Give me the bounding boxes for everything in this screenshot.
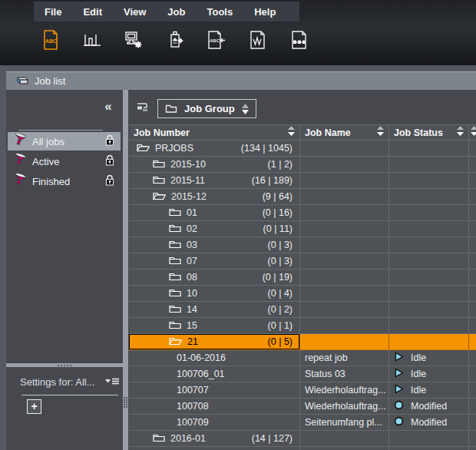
job-name-cell[interactable]: Seitenumfang pl... [300, 415, 389, 430]
lock-icon[interactable] [105, 134, 114, 149]
job-group-row[interactable]: 2015-10(1 | 2) [129, 157, 476, 173]
job-group-row[interactable]: PRJOBS(134 | 1045) [129, 141, 476, 157]
job-number-cell[interactable]: 15(0 | 1) [129, 318, 300, 333]
job-status-cell[interactable] [389, 237, 469, 253]
job-status-cell[interactable] [389, 334, 469, 349]
sort-icon[interactable] [377, 126, 384, 139]
job-number-cell[interactable]: 2015-10(1 | 2) [129, 157, 300, 172]
job-status-cell[interactable] [389, 157, 469, 172]
job-group-dropdown[interactable]: Job Group [157, 99, 256, 118]
sort-icon[interactable] [457, 126, 464, 139]
main-vertical-splitter[interactable] [123, 90, 128, 450]
job-name-cell[interactable] [300, 157, 389, 172]
job-status-cell[interactable] [389, 221, 469, 237]
verify-document-icon[interactable] [247, 28, 269, 52]
sidebar-filter-active[interactable]: Active [8, 152, 121, 170]
job-group-row[interactable]: 07(0 | 3) [129, 253, 476, 270]
job-name-cell[interactable]: repeat job [300, 350, 389, 366]
sort-icon[interactable] [288, 126, 295, 139]
menu-item-file[interactable]: File [45, 6, 61, 18]
job-name-cell[interactable] [300, 270, 389, 285]
job-status-cell[interactable]: Idle [389, 350, 469, 366]
collapse-tree-icon[interactable] [136, 101, 150, 116]
job-status-cell[interactable]: Idle [389, 382, 469, 398]
job-number-cell[interactable]: 14(0 | 2) [129, 302, 300, 317]
job-status-cell[interactable] [389, 286, 469, 301]
sidebar-collapse-button[interactable]: « [100, 99, 117, 114]
job-row[interactable]: 100707Wiederholauftrag...Idle [129, 382, 476, 399]
job-name-cell[interactable] [300, 447, 389, 450]
job-name-cell[interactable] [300, 141, 389, 156]
job-name-cell[interactable] [300, 221, 389, 237]
job-name-cell[interactable] [300, 286, 389, 301]
job-row[interactable]: 100706_01Status 03Idle [129, 366, 476, 382]
job-group-row[interactable]: 15(0 | 1) [129, 318, 476, 334]
job-name-cell[interactable] [300, 253, 389, 269]
import-text-icon[interactable]: ABC [206, 28, 227, 52]
job-number-cell[interactable]: 01-06-2016 [129, 350, 300, 366]
job-name-cell[interactable] [300, 205, 389, 220]
job-group-row[interactable]: 02(0 | 11) [129, 221, 476, 237]
job-row[interactable]: 100709Seitenumfang pl...Modified [129, 415, 476, 431]
job-status-cell[interactable] [389, 173, 469, 188]
job-number-cell[interactable]: 07(0 | 3) [129, 253, 300, 269]
job-group-row[interactable]: 10(0 | 4) [129, 286, 476, 302]
job-number-cell[interactable]: 100709 [129, 415, 300, 430]
job-group-row[interactable]: 03(0 | 3) [129, 237, 476, 253]
job-group-row[interactable]: 2016-01(14 | 127) [129, 431, 476, 447]
settings-dropdown-icon[interactable] [105, 375, 120, 389]
job-number-cell[interactable]: 02(0 | 11) [129, 221, 300, 237]
job-name-cell[interactable] [300, 189, 389, 204]
job-number-cell[interactable]: 2015-12(9 | 64) [129, 189, 300, 204]
job-status-cell[interactable] [389, 189, 469, 204]
splitter-drag-handle[interactable] [124, 397, 127, 408]
job-group-row[interactable]: 21(0 | 5) [129, 334, 476, 350]
job-group-row[interactable]: 01(0 | 16) [129, 205, 476, 221]
job-status-cell[interactable] [389, 270, 469, 285]
menu-item-edit[interactable]: Edit [83, 6, 102, 18]
job-row[interactable]: 100708Wiederholauftrag...Modified [129, 399, 476, 415]
spinner-arrows-icon[interactable] [242, 104, 249, 114]
job-number-cell[interactable]: 21(0 | 5) [129, 334, 300, 349]
job-number-cell[interactable]: 08(0 | 19) [129, 270, 300, 285]
job-list-document-icon[interactable]: ABC [40, 28, 61, 52]
column-header-job-name[interactable]: Job Name [300, 125, 389, 140]
job-group-row[interactable] [129, 447, 476, 450]
menu-item-job[interactable]: Job [167, 6, 185, 18]
job-status-cell[interactable]: Modified [389, 399, 469, 414]
job-number-cell[interactable]: 2016-01(14 | 127) [129, 431, 300, 446]
job-row[interactable]: 01-06-2016repeat jobIdle [129, 350, 476, 366]
job-status-cell[interactable] [389, 205, 469, 220]
sidebar-horizontal-splitter[interactable] [6, 363, 123, 367]
job-name-cell[interactable]: Wiederholauftrag... [300, 399, 389, 414]
job-group-row[interactable]: 08(0 | 19) [129, 270, 476, 286]
job-status-cell[interactable] [389, 141, 469, 156]
job-status-cell[interactable] [389, 318, 469, 333]
job-status-cell[interactable] [389, 253, 469, 269]
job-number-cell[interactable]: 03(0 | 3) [129, 237, 300, 253]
job-number-cell[interactable]: 100707 [129, 382, 300, 398]
job-number-cell[interactable] [129, 447, 300, 450]
menu-item-view[interactable]: View [124, 6, 146, 18]
menu-item-help[interactable]: Help [254, 6, 276, 18]
job-name-cell[interactable] [300, 334, 389, 349]
job-name-cell[interactable]: Wiederholauftrag... [300, 382, 389, 398]
job-name-cell[interactable] [300, 173, 389, 188]
job-status-cell[interactable] [389, 431, 469, 446]
job-status-cell[interactable]: Idle [389, 366, 469, 382]
job-name-cell[interactable] [300, 237, 389, 253]
workflow-document-icon[interactable] [289, 28, 310, 52]
job-number-cell[interactable]: 01(0 | 16) [129, 205, 300, 220]
job-status-cell[interactable]: Modified [389, 415, 469, 430]
job-number-cell[interactable]: 10(0 | 4) [129, 286, 300, 301]
device-settings-icon[interactable] [164, 28, 186, 52]
window-titlebar[interactable]: Job list [6, 71, 476, 90]
job-number-cell[interactable]: 2015-11(16 | 189) [129, 173, 300, 188]
output-stack-icon[interactable] [81, 28, 103, 52]
add-filter-button[interactable]: + [27, 399, 41, 414]
job-number-cell[interactable]: 100708 [129, 399, 300, 414]
job-name-cell[interactable]: Status 03 [300, 366, 389, 382]
job-status-cell[interactable] [389, 302, 469, 317]
column-header-job-status[interactable]: Job Status [389, 125, 469, 140]
lock-icon[interactable] [105, 174, 114, 189]
